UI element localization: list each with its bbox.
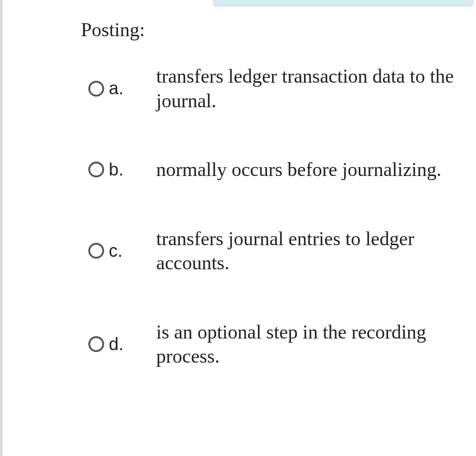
option-control-d: d. [88,334,135,354]
question-stem: Posting: [81,19,457,41]
options-list: a. transfers ledger transaction data to … [81,64,457,369]
option-letter-c: c. [109,241,123,261]
option-letter-d: d. [109,334,124,354]
radio-d[interactable] [88,336,104,352]
radio-c[interactable] [88,243,104,259]
question-page: Posting: a. transfers ledger transaction… [0,0,476,456]
radio-b[interactable] [88,162,104,177]
info-panel [213,0,473,7]
option-row-b: b. normally occurs before journalizing. [88,157,457,182]
option-text-c: transfers journal entries to ledger acco… [156,227,457,275]
option-control-a: a. [88,78,135,98]
option-row-a: a. transfers ledger transaction data to … [88,64,457,113]
option-letter-a: a. [109,78,124,98]
option-control-b: b. [88,160,135,180]
option-text-a: transfers ledger transaction data to the… [156,64,457,113]
option-row-d: d. is an optional step in the recording … [88,320,457,369]
radio-a[interactable] [88,81,104,97]
option-row-c: c. transfers journal entries to ledger a… [88,227,457,275]
option-letter-b: b. [109,160,124,180]
option-control-c: c. [88,241,135,261]
option-text-d: is an optional step in the recording pro… [156,320,457,369]
option-text-b: normally occurs before journalizing. [156,157,441,182]
